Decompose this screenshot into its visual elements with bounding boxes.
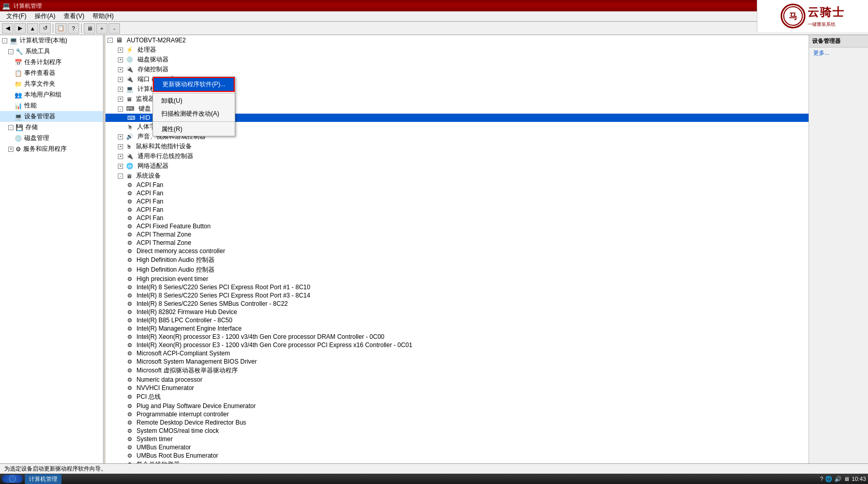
expand-storage-ctrl[interactable]: +	[118, 67, 123, 72]
expand-system-devices[interactable]: -	[118, 174, 123, 179]
expand-network[interactable]: +	[118, 164, 123, 169]
expand-storage[interactable]: -	[8, 125, 13, 130]
system-device-item[interactable]: ⚙复合总线枚举器	[105, 460, 809, 463]
expand-sound[interactable]: +	[118, 134, 123, 139]
device-root-expand[interactable]: -	[108, 38, 113, 43]
storage-label: 存储	[25, 123, 38, 132]
system-device-item[interactable]: ⚙Intel(R) 8 Series/C220 Series PCI Expre…	[105, 291, 809, 300]
system-device-icon: ⚙	[127, 223, 132, 230]
sidebar-item-storage[interactable]: - 💾 存储	[0, 122, 103, 133]
expand-computer[interactable]: +	[118, 87, 123, 92]
menu-file[interactable]: 文件(F)	[2, 11, 31, 22]
device-mouse[interactable]: + 🖱 鼠标和其他指针设备	[105, 142, 809, 151]
system-device-item[interactable]: ⚙Direct memory access controller	[105, 247, 809, 255]
system-device-item[interactable]: ⚙High Definition Audio 控制器	[105, 255, 809, 265]
expand-mouse[interactable]: +	[118, 144, 123, 149]
device-usb[interactable]: + 🔌 通用串行总线控制器	[105, 151, 809, 161]
menu-help[interactable]: 帮助(H)	[88, 11, 118, 22]
system-device-item[interactable]: ⚙ACPI Fan	[105, 214, 809, 222]
sidebar-root[interactable]: - 💻 计算机管理(本地)	[0, 35, 103, 46]
sidebar-item-event-viewer[interactable]: 📋 事件查看器	[0, 68, 103, 79]
expand-usb[interactable]: +	[118, 154, 123, 159]
sidebar-item-system-tools[interactable]: - 🔧 系统工具	[0, 46, 103, 57]
taskbar-right: ? 🌐 🔊 🖥 10:43	[820, 476, 866, 482]
expand-services[interactable]: +	[8, 147, 13, 152]
system-device-item[interactable]: ⚙Intel(R) 8 Series/C220 Series PCI Expre…	[105, 283, 809, 291]
sidebar-root-expand[interactable]: -	[2, 38, 7, 43]
system-device-icon: ⚙	[127, 342, 132, 349]
device-disk[interactable]: + 💿 磁盘驱动器	[105, 55, 809, 65]
system-device-label: System timer	[136, 435, 173, 443]
ctx-uninstall[interactable]: 卸载(U)	[153, 95, 235, 107]
system-device-item[interactable]: ⚙Intel(R) Xeon(R) processor E3 - 1200 v3…	[105, 341, 809, 349]
monitor-icon: 🖥	[126, 96, 132, 102]
system-device-item[interactable]: ⚙Numeric data processor	[105, 376, 809, 384]
device-root[interactable]: - 🖥 AUTOBVT-M2RA9E2	[105, 35, 809, 45]
action-panel-more[interactable]: 更多...	[809, 48, 868, 58]
ctx-properties[interactable]: 属性(R)	[153, 123, 235, 136]
device-storage-ctrl[interactable]: + 🔌 存储控制器	[105, 65, 809, 74]
system-device-item[interactable]: ⚙Intel(R) 82802 Firmware Hub Device	[105, 308, 809, 316]
ctx-scan[interactable]: 扫描检测硬件改动(A)	[153, 107, 235, 120]
toolbar-back[interactable]: ◀	[2, 23, 13, 34]
system-device-item[interactable]: ⚙Intel(R) 8 Series/C220 Series SMBus Con…	[105, 300, 809, 308]
start-button[interactable]	[2, 475, 23, 483]
system-device-item[interactable]: ⚙Intel(R) Xeon(R) processor E3 - 1200 v3…	[105, 333, 809, 341]
taskbar-help-icon[interactable]: ?	[820, 476, 823, 482]
system-device-item[interactable]: ⚙ACPI Fan	[105, 197, 809, 206]
system-device-item[interactable]: ⚙System timer	[105, 435, 809, 443]
system-device-item[interactable]: ⚙Programmable interrupt controller	[105, 410, 809, 418]
sidebar-item-device-manager[interactable]: 💻 设备管理器	[0, 111, 103, 122]
system-device-item[interactable]: ⚙Microsoft 虚拟驱动器枚举器驱动程序	[105, 366, 809, 376]
taskbar-window-label: 计算机管理	[29, 476, 57, 482]
system-device-item[interactable]: ⚙System CMOS/real time clock	[105, 427, 809, 435]
device-system-devices[interactable]: - 🖥 系统设备	[105, 171, 809, 181]
toolbar-collapse[interactable]: -	[109, 23, 120, 34]
system-device-item[interactable]: ⚙ACPI Fan	[105, 189, 809, 197]
toolbar-properties[interactable]: 📋	[55, 23, 67, 34]
sidebar-item-local-users[interactable]: 👥 本地用户和组	[0, 89, 103, 100]
sidebar-item-task-scheduler[interactable]: 📅 任务计划程序	[0, 57, 103, 68]
system-device-item[interactable]: ⚙Remote Desktop Device Redirector Bus	[105, 418, 809, 427]
toolbar-refresh[interactable]: ↺	[39, 23, 51, 34]
system-device-item[interactable]: ⚙ACPI Fan	[105, 181, 809, 189]
system-device-item[interactable]: ⚙Plug and Play Software Device Enumerato…	[105, 402, 809, 410]
toolbar-toggle[interactable]: 🖥	[84, 23, 95, 34]
device-network[interactable]: + 🌐 网络适配器	[105, 161, 809, 171]
disk-management-label: 磁盘管理	[24, 134, 49, 143]
toolbar-help[interactable]: ?	[68, 23, 79, 34]
system-device-item[interactable]: ⚙PCI 总线	[105, 392, 809, 402]
toolbar-expand[interactable]: +	[96, 23, 108, 34]
system-device-item[interactable]: ⚙High Definition Audio 控制器	[105, 265, 809, 275]
sidebar-item-services[interactable]: + ⚙ 服务和应用程序	[0, 144, 103, 154]
system-device-item[interactable]: ⚙ACPI Fan	[105, 206, 809, 214]
expand-disk[interactable]: +	[118, 57, 123, 63]
ctx-update-driver[interactable]: 更新驱动程序软件(P)...	[153, 77, 235, 92]
system-device-item[interactable]: ⚙NVVHCI Enumerator	[105, 384, 809, 392]
sidebar-item-disk-management[interactable]: 💿 磁盘管理	[0, 133, 103, 144]
system-device-item[interactable]: ⚙UMBus Enumerator	[105, 443, 809, 451]
system-device-item[interactable]: ⚙ACPI Thermal Zone	[105, 239, 809, 247]
menu-view[interactable]: 查看(V)	[59, 11, 88, 22]
toolbar-forward[interactable]: ▶	[14, 23, 26, 34]
sidebar-item-performance[interactable]: 📊 性能	[0, 100, 103, 111]
system-device-item[interactable]: ⚙High precision event timer	[105, 275, 809, 283]
system-device-item[interactable]: ⚙UMBus Root Bus Enumerator	[105, 451, 809, 460]
system-device-item[interactable]: ⚙Intel(R) B85 LPC Controller - 8C50	[105, 316, 809, 324]
sidebar-item-shared-folders[interactable]: 📁 共享文件夹	[0, 79, 103, 89]
expand-cpu[interactable]: +	[118, 48, 123, 53]
sidebar-root-icon: 💻	[9, 37, 18, 44]
expand-monitor[interactable]: +	[118, 97, 123, 102]
system-device-item[interactable]: ⚙ACPI Fixed Feature Button	[105, 222, 809, 230]
system-device-item[interactable]: ⚙Intel(R) Management Engine Interface	[105, 324, 809, 333]
device-cpu[interactable]: + ⚡ 处理器	[105, 45, 809, 55]
expand-system-tools[interactable]: -	[8, 49, 13, 54]
expand-ports[interactable]: +	[118, 77, 123, 82]
menu-action[interactable]: 操作(A)	[31, 11, 59, 22]
system-device-item[interactable]: ⚙Microsoft ACPI-Compliant System	[105, 349, 809, 357]
system-device-item[interactable]: ⚙Microsoft System Management BIOS Driver	[105, 357, 809, 366]
expand-keyboard[interactable]: -	[118, 106, 123, 112]
toolbar-up[interactable]: ▲	[27, 23, 38, 34]
taskbar-active-window[interactable]: 计算机管理	[25, 474, 62, 484]
system-device-item[interactable]: ⚙ACPI Thermal Zone	[105, 230, 809, 239]
